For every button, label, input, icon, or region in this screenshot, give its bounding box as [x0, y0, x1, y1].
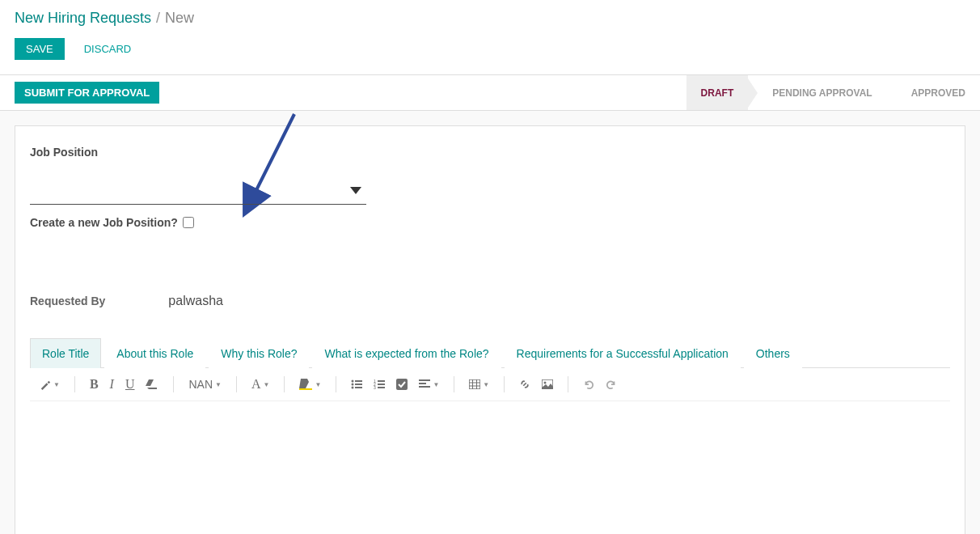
svg-rect-3 — [299, 388, 312, 390]
tab-others[interactable]: Others — [744, 338, 802, 368]
submit-for-approval-button[interactable]: SUBMIT FOR APPROVAL — [15, 82, 159, 104]
job-position-input[interactable] — [30, 181, 366, 205]
svg-point-26 — [544, 382, 547, 384]
discard-button[interactable]: DISCARD — [73, 38, 143, 60]
svg-rect-16 — [396, 379, 408, 390]
editor-toolbar: ▼ B I U NAN▼ A▼ — [30, 368, 950, 401]
svg-text:3: 3 — [374, 385, 376, 389]
svg-rect-7 — [355, 384, 362, 385]
breadcrumb-current: New — [165, 10, 194, 27]
redo-icon[interactable] — [606, 379, 617, 390]
svg-rect-5 — [355, 380, 362, 382]
tab-expected[interactable]: What is expected from the Role? — [312, 338, 501, 368]
svg-rect-11 — [378, 380, 385, 382]
breadcrumb-root[interactable]: New Hiring Requests — [15, 10, 151, 27]
breadcrumb-separator: / — [156, 10, 160, 27]
magic-wand-icon[interactable]: ▼ — [40, 379, 60, 390]
svg-rect-9 — [355, 387, 362, 388]
stage-indicator: DRAFTPENDING APPROVALAPPROVED — [686, 75, 980, 110]
stage-pending-approval[interactable]: PENDING APPROVAL — [758, 75, 886, 110]
italic-icon[interactable]: I — [110, 377, 114, 392]
job-position-label: Job Position — [30, 146, 950, 159]
link-icon[interactable] — [519, 379, 530, 390]
stage-draft[interactable]: DRAFT — [686, 75, 749, 110]
svg-rect-15 — [378, 387, 385, 388]
annotation-arrow — [226, 110, 306, 223]
tabs-container: Role TitleAbout this RoleWhy this Role?W… — [30, 337, 950, 368]
checklist-icon[interactable] — [396, 379, 408, 390]
requested-by-value: palwasha — [168, 294, 223, 308]
svg-point-4 — [352, 380, 354, 383]
svg-rect-20 — [469, 379, 480, 389]
align-icon[interactable]: ▼ — [419, 379, 439, 389]
highlight-icon[interactable]: ▼ — [299, 379, 321, 390]
svg-rect-19 — [419, 386, 430, 388]
font-size-selector[interactable]: NAN▼ — [188, 378, 221, 391]
editor-content[interactable] — [30, 401, 950, 531]
requested-by-label: Requested By — [30, 295, 105, 307]
svg-rect-18 — [419, 383, 426, 384]
stage-arrow-icon — [887, 78, 897, 108]
undo-icon[interactable] — [583, 379, 594, 390]
create-new-job-label: Create a new Job Position? — [30, 216, 178, 229]
tab-why-role[interactable]: Why this Role? — [209, 338, 309, 368]
stage-arrow-icon — [748, 78, 758, 108]
tab-role-title[interactable]: Role Title — [30, 338, 101, 368]
breadcrumb: New Hiring Requests / New — [15, 10, 965, 27]
tab-about-role[interactable]: About this Role — [104, 338, 205, 368]
form-sheet: Job Position Create a new Job Position? … — [15, 125, 965, 534]
clear-format-icon[interactable] — [146, 379, 158, 389]
svg-rect-17 — [419, 379, 430, 381]
save-button[interactable]: SAVE — [15, 38, 65, 60]
bold-icon[interactable]: B — [90, 377, 99, 392]
ul-list-icon[interactable] — [351, 379, 362, 389]
svg-point-8 — [352, 387, 354, 389]
ol-list-icon[interactable]: 123 — [374, 379, 385, 389]
create-new-job-checkbox[interactable] — [183, 217, 194, 228]
svg-rect-13 — [378, 384, 385, 385]
underline-icon[interactable]: U — [125, 377, 135, 392]
tab-requirements[interactable]: Requirements for a Successful Applicatio… — [505, 338, 741, 368]
job-position-dropdown[interactable] — [30, 181, 366, 205]
font-format-icon[interactable]: A▼ — [251, 377, 269, 392]
svg-point-6 — [352, 384, 354, 386]
image-icon[interactable] — [542, 379, 553, 389]
status-bar: SUBMIT FOR APPROVAL DRAFTPENDING APPROVA… — [0, 75, 980, 111]
table-icon[interactable]: ▼ — [469, 379, 489, 389]
stage-approved[interactable]: APPROVED — [897, 75, 980, 110]
